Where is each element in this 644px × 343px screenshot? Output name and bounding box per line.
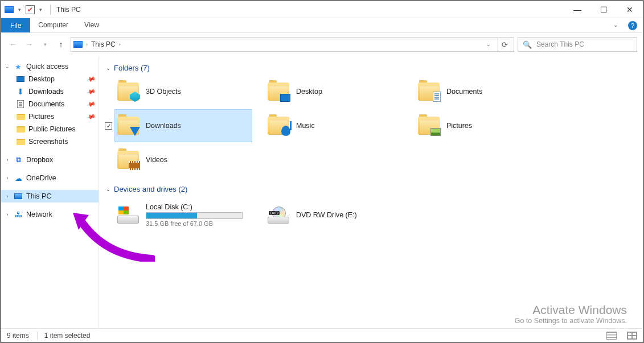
cloud-icon: ☁ xyxy=(14,174,23,183)
address-icon xyxy=(73,41,83,48)
chevron-down-icon: ⌄ xyxy=(106,65,110,71)
nav-label: Quick access xyxy=(26,63,68,71)
search-placeholder: Search This PC xyxy=(536,40,584,48)
folder-icon xyxy=(117,82,139,101)
dvd-icon: DVD xyxy=(268,206,289,224)
folder-downloads[interactable]: ✓ Downloads xyxy=(115,110,252,142)
recent-caret[interactable]: ▾ xyxy=(39,38,51,51)
folder-icon xyxy=(268,117,289,135)
folder-desktop[interactable]: Desktop xyxy=(265,76,402,108)
close-button[interactable]: ✕ xyxy=(617,1,643,18)
pin-icon: 📌 xyxy=(86,86,97,97)
nav-downloads[interactable]: ⬇ Downloads 📌 xyxy=(1,85,99,98)
checkbox-icon[interactable]: ✓ xyxy=(105,122,112,130)
nav-desktop[interactable]: Desktop 📌 xyxy=(1,73,99,85)
folder-icon xyxy=(17,139,25,145)
folder-pictures[interactable]: Pictures xyxy=(416,110,552,142)
nav-public-pictures[interactable]: Public Pictures xyxy=(1,123,99,135)
ribbon: File Computer View ⌄ ? xyxy=(1,18,643,33)
folder-icon xyxy=(418,117,440,135)
help-button[interactable]: ? xyxy=(628,21,637,30)
breadcrumb[interactable]: This PC xyxy=(91,40,116,48)
nav-label: Dropbox xyxy=(26,156,53,164)
qat-caret[interactable]: ▾ xyxy=(37,7,44,13)
file-tab[interactable]: File xyxy=(1,18,30,32)
nav-pictures[interactable]: Pictures 📌 xyxy=(1,110,99,123)
network-icon: 🖧 xyxy=(14,210,23,219)
window-title: This PC xyxy=(56,6,81,14)
system-icon xyxy=(5,6,14,13)
nav-onedrive[interactable]: › ☁ OneDrive xyxy=(1,172,99,184)
nav-label: Public Pictures xyxy=(28,125,76,133)
chevron-right-icon[interactable]: › xyxy=(5,157,10,163)
forward-button[interactable]: → xyxy=(23,38,35,51)
nav-documents[interactable]: Documents 📌 xyxy=(1,98,99,110)
nav-network[interactable]: › 🖧 Network xyxy=(1,208,99,221)
folder-3d-objects[interactable]: 3D Objects xyxy=(115,76,252,108)
ribbon-collapse-caret[interactable]: ⌄ xyxy=(609,18,622,32)
chevron-right-icon[interactable]: › xyxy=(5,212,10,217)
title-bar: ▾ ✔ ▾ This PC — ☐ ✕ xyxy=(1,1,643,18)
folder-icon xyxy=(268,82,289,101)
minimize-button[interactable]: — xyxy=(564,1,590,18)
drive-local-disk-c[interactable]: Local Disk (C:) 31.5 GB free of 67.0 GB xyxy=(115,197,252,233)
pin-icon: 📌 xyxy=(86,111,97,122)
status-item-count: 9 items xyxy=(7,332,29,340)
search-icon: 🔍 xyxy=(523,40,532,49)
folders-header[interactable]: ⌄ Folders (7) xyxy=(106,64,637,72)
drives-header[interactable]: ⌄ Devices and drives (2) xyxy=(106,185,637,193)
tiles-view-button[interactable] xyxy=(627,332,637,340)
dropbox-icon: ⧉ xyxy=(14,155,23,164)
tab-view[interactable]: View xyxy=(76,18,107,32)
chevron-down-icon[interactable]: ⌄ xyxy=(5,64,10,69)
details-view-button[interactable] xyxy=(606,332,617,340)
nav-label: OneDrive xyxy=(26,174,56,182)
refresh-button[interactable]: ⟳ xyxy=(498,38,511,51)
folder-icon xyxy=(17,114,25,120)
nav-label: Pictures xyxy=(28,113,54,121)
folder-icon xyxy=(17,126,25,133)
nav-label: Downloads xyxy=(28,88,64,96)
pin-icon: 📌 xyxy=(86,99,97,109)
qat-properties-icon[interactable]: ✔ xyxy=(26,5,35,14)
nav-quick-access[interactable]: ⌄ ★ Quick access xyxy=(1,60,99,73)
folder-icon xyxy=(117,117,139,135)
document-icon xyxy=(17,100,24,108)
nav-label: Desktop xyxy=(28,75,55,83)
nav-this-pc[interactable]: › This PC xyxy=(1,190,99,203)
nav-label: Documents xyxy=(28,100,64,108)
folder-videos[interactable]: Videos xyxy=(115,144,252,176)
activation-watermark: Activate Windows Go to Settings to activ… xyxy=(515,303,627,325)
drive-dvd-rw-e[interactable]: DVD DVD RW Drive (E:) xyxy=(265,197,402,233)
status-selection: 1 item selected xyxy=(37,332,91,340)
nav-row: ← → ▾ ↑ › This PC › ⌄ ⟳ 🔍 Search This PC xyxy=(1,33,643,56)
folder-icon xyxy=(418,82,440,101)
nav-screenshots[interactable]: Screenshots xyxy=(1,135,99,148)
tab-computer[interactable]: Computer xyxy=(30,18,76,32)
maximize-button[interactable]: ☐ xyxy=(590,1,617,18)
nav-label: This PC xyxy=(26,192,51,200)
nav-label: Network xyxy=(26,210,52,218)
folder-documents[interactable]: Documents xyxy=(416,76,552,108)
pin-icon: 📌 xyxy=(86,74,97,84)
navigation-pane: ⌄ ★ Quick access Desktop 📌 ⬇ Downloads 📌… xyxy=(1,56,99,328)
chevron-right-icon[interactable]: › xyxy=(5,175,10,181)
folder-icon xyxy=(117,151,139,169)
nav-label: Screenshots xyxy=(28,138,68,146)
up-button[interactable]: ↑ xyxy=(55,38,67,51)
system-menu-caret[interactable]: ▾ xyxy=(16,7,23,13)
drive-icon xyxy=(117,206,139,224)
folder-music[interactable]: Music xyxy=(265,110,402,142)
star-icon: ★ xyxy=(14,63,23,71)
content-area: ⌄ Folders (7) 3D Objects Desktop Documen… xyxy=(99,56,643,328)
desktop-icon xyxy=(17,76,24,82)
nav-dropbox[interactable]: › ⧉ Dropbox xyxy=(1,154,99,166)
back-button[interactable]: ← xyxy=(7,38,19,51)
address-history-caret[interactable]: ⌄ xyxy=(483,42,494,47)
status-bar: 9 items 1 item selected xyxy=(1,328,643,342)
download-icon: ⬇ xyxy=(16,87,25,96)
address-bar[interactable]: › This PC › ⌄ ⟳ xyxy=(71,37,514,52)
chevron-right-icon[interactable]: › xyxy=(5,193,10,199)
capacity-bar xyxy=(146,212,243,219)
search-box[interactable]: 🔍 Search This PC xyxy=(518,37,637,52)
